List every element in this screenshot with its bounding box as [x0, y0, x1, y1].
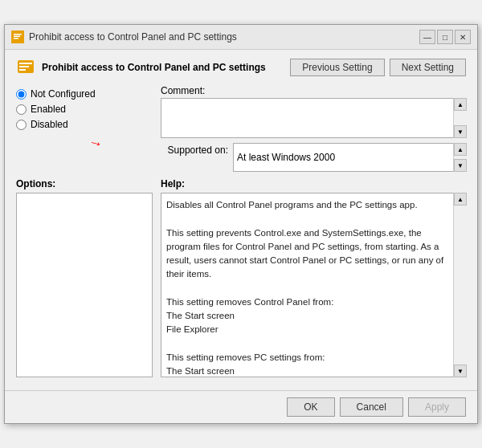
cancel-button[interactable]: Cancel: [340, 397, 403, 417]
supported-scroll-up[interactable]: ▲: [454, 143, 467, 156]
supported-scroll-down[interactable]: ▼: [454, 159, 467, 172]
comment-scroll-up[interactable]: ▲: [454, 98, 467, 111]
comment-label: Comment:: [161, 85, 466, 96]
title-bar: Prohibit access to Control Panel and PC …: [5, 25, 477, 50]
radio-enabled[interactable]: Enabled: [16, 104, 153, 115]
supported-section: Supported on: At least Windows 2000 ▲ ▼: [161, 143, 466, 172]
title-bar-controls: — □ ✕: [419, 30, 471, 44]
help-scrollbar: ▲ ▼: [453, 193, 466, 377]
help-content: Disables all Control Panel programs and …: [166, 200, 447, 377]
right-panel: Comment: ▲ ▼ Supported on:: [161, 85, 466, 172]
footer: OK Cancel Apply: [5, 390, 477, 423]
content-area: Prohibit access to Control Panel and PC …: [5, 50, 477, 385]
close-button[interactable]: ✕: [455, 30, 471, 44]
help-box: Disables all Control Panel programs and …: [161, 193, 466, 377]
supported-label: Supported on:: [161, 143, 233, 156]
maximize-button[interactable]: □: [437, 30, 453, 44]
svg-rect-2: [14, 36, 20, 38]
svg-rect-3: [14, 38, 18, 39]
window-title: Prohibit access to Control Panel and PC …: [29, 31, 237, 43]
supported-value: At least Windows 2000: [237, 152, 335, 163]
nav-buttons: Previous Setting Next Setting: [290, 59, 466, 76]
title-bar-left: Prohibit access to Control Panel and PC …: [11, 31, 237, 43]
help-box-container: Disables all Control Panel programs and …: [161, 193, 466, 377]
options-box: [16, 193, 153, 377]
policy-title: Prohibit access to Control Panel and PC …: [42, 62, 284, 73]
radio-not-configured[interactable]: Not Configured: [16, 88, 153, 100]
minimize-button[interactable]: —: [419, 30, 435, 44]
options-label: Options:: [16, 178, 153, 189]
left-panel: Not Configured Enabled Disabled: [16, 85, 153, 172]
radio-group: Not Configured Enabled Disabled: [16, 88, 153, 130]
main-window: Prohibit access to Control Panel and PC …: [4, 24, 478, 424]
radio-disabled-label: Disabled: [31, 119, 68, 130]
options-section: Options:: [16, 178, 153, 377]
comment-scrollbar: ▲ ▼: [453, 98, 466, 138]
comment-section: Comment: ▲ ▼: [161, 85, 466, 138]
supported-scrollbar: ▲ ▼: [453, 143, 466, 172]
help-scroll-up[interactable]: ▲: [454, 193, 467, 206]
radio-enabled-label: Enabled: [31, 104, 66, 115]
svg-rect-5: [19, 63, 32, 64]
radio-disabled[interactable]: Disabled: [16, 119, 153, 130]
help-scroll-down[interactable]: ▼: [454, 365, 467, 377]
policy-icon: [16, 58, 35, 77]
radio-enabled-input[interactable]: [16, 104, 27, 115]
apply-button[interactable]: Apply: [408, 397, 466, 417]
ok-button[interactable]: OK: [287, 397, 334, 417]
previous-setting-button[interactable]: Previous Setting: [290, 59, 384, 76]
comment-scroll-down[interactable]: ▼: [454, 125, 467, 138]
next-setting-button[interactable]: Next Setting: [390, 59, 466, 76]
radio-disabled-input[interactable]: [16, 120, 27, 130]
window-icon: [11, 31, 24, 43]
bottom-area: Options: Help: Disables all Control Pane…: [16, 178, 466, 377]
svg-rect-6: [19, 66, 29, 67]
radio-not-configured-input[interactable]: [16, 89, 27, 100]
radio-not-configured-label: Not Configured: [31, 88, 96, 100]
supported-value-box: At least Windows 2000: [233, 143, 466, 172]
svg-rect-7: [19, 69, 26, 71]
policy-title-row: Prohibit access to Control Panel and PC …: [16, 58, 466, 77]
main-area: Not Configured Enabled Disabled: [16, 85, 466, 172]
comment-textarea[interactable]: [161, 98, 466, 138]
help-label: Help:: [161, 178, 466, 189]
svg-rect-1: [14, 34, 22, 35]
help-section: Help: Disables all Control Panel program…: [161, 178, 466, 377]
